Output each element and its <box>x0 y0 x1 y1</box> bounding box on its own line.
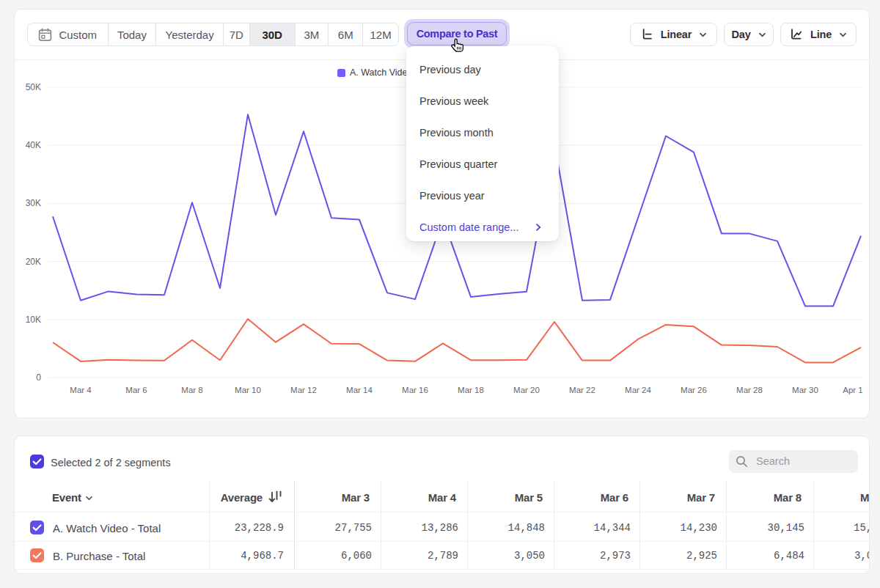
svg-text:Mar 4: Mar 4 <box>70 386 92 394</box>
svg-text:Mar 18: Mar 18 <box>458 386 484 394</box>
svg-text:Mar 28: Mar 28 <box>736 386 763 394</box>
svg-text:20K: 20K <box>26 257 41 267</box>
svg-text:Mar 10: Mar 10 <box>235 386 261 394</box>
svg-text:30K: 30K <box>26 198 41 208</box>
svg-text:Mar 26: Mar 26 <box>681 386 707 394</box>
svg-text:10K: 10K <box>26 315 41 325</box>
svg-text:Mar 12: Mar 12 <box>290 386 317 394</box>
svg-text:Mar 30: Mar 30 <box>792 386 818 394</box>
svg-text:Mar 16: Mar 16 <box>402 386 428 394</box>
svg-text:Apr 1: Apr 1 <box>843 386 863 394</box>
svg-text:Mar 20: Mar 20 <box>513 386 540 394</box>
svg-text:Mar 14: Mar 14 <box>346 386 373 394</box>
svg-text:Mar 24: Mar 24 <box>625 386 651 394</box>
svg-text:40K: 40K <box>26 140 41 150</box>
svg-text:50K: 50K <box>26 82 41 92</box>
svg-text:Mar 8: Mar 8 <box>181 386 202 394</box>
svg-text:Mar 22: Mar 22 <box>569 386 595 394</box>
svg-text:0: 0 <box>36 372 41 383</box>
svg-text:Mar 6: Mar 6 <box>125 386 147 394</box>
